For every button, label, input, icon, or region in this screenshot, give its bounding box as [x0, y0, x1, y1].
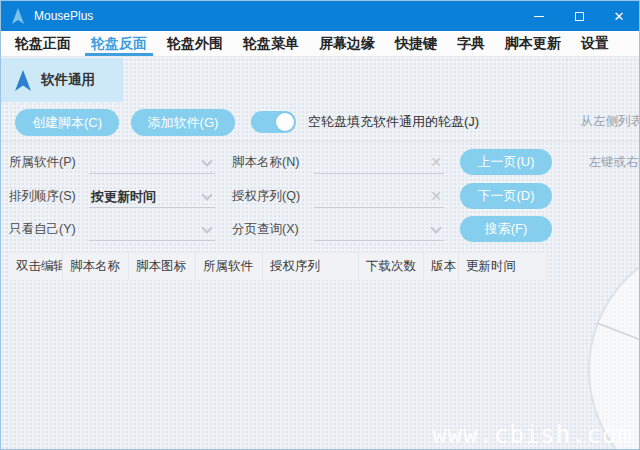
content-area: 软件通用 创建脚本(C) 添加软件(G) 空轮盘填充软件通用的轮盘(J) 从左侧…: [1, 58, 639, 449]
minimize-icon: [534, 16, 544, 17]
next-page-button[interactable]: 下一页(D): [460, 183, 552, 209]
close-button[interactable]: ✕: [599, 1, 639, 31]
tab-dictionary[interactable]: 字典: [450, 31, 492, 56]
form-row-1: 所属软件(P) 脚本名称(N) ✕ 上一页(U): [1, 148, 639, 176]
owner-software-select[interactable]: [89, 148, 215, 174]
license-serial-label: 授权序列(Q): [232, 188, 300, 205]
script-name-label: 脚本名称(N): [232, 154, 299, 171]
prev-page-button[interactable]: 上一页(U): [460, 149, 552, 175]
close-icon: ✕: [614, 10, 625, 23]
title-bar: MousePlus ✕: [1, 1, 639, 31]
maximize-button[interactable]: [559, 1, 599, 31]
page-query-label: 分页查询(X): [232, 221, 299, 238]
clear-icon[interactable]: ✕: [430, 155, 442, 169]
col-script-name: 脚本名称: [63, 253, 129, 280]
license-serial-input[interactable]: ✕: [314, 182, 444, 208]
chevron-down-icon: [201, 189, 212, 200]
toggle-knob: [276, 113, 294, 131]
clear-icon[interactable]: ✕: [430, 189, 442, 203]
chevron-down-icon: [430, 222, 441, 233]
tab-settings[interactable]: 设置: [574, 31, 616, 56]
panel-divider-vertical: [566, 58, 567, 141]
col-script-icon: 脚本图标: [129, 253, 196, 280]
hint-from-left-list: 从左侧列表: [581, 113, 640, 130]
owner-software-label: 所属软件(P): [9, 154, 76, 171]
script-name-input[interactable]: ✕: [314, 148, 444, 174]
sort-order-select[interactable]: 按更新时间: [89, 182, 215, 208]
wheel-preview-circle: [554, 208, 639, 449]
subtab-software-general[interactable]: 软件通用: [1, 58, 123, 102]
col-download-count: 下载次数: [359, 253, 424, 280]
window-title: MousePlus: [34, 9, 93, 23]
app-window: MousePlus ✕ 轮盘正面 轮盘反面 轮盘外围 轮盘菜单 屏幕边缘 快捷键…: [0, 0, 640, 450]
fill-empty-wheel-toggle[interactable]: [251, 111, 296, 133]
create-script-button[interactable]: 创建脚本(C): [15, 109, 119, 136]
tab-screen-edge[interactable]: 屏幕边缘: [312, 31, 382, 56]
hint-left-or-right-click: 左键或右键: [589, 154, 640, 171]
col-double-click-edit: 双击编辑: [9, 253, 63, 280]
form-row-3: 只看自己(Y) 分页查询(X) 搜索(F): [1, 215, 639, 243]
toggle-label: 空轮盘填充软件通用的轮盘(J): [308, 113, 479, 131]
col-version: 版本: [424, 253, 459, 280]
subtab-label: 软件通用: [41, 71, 95, 89]
sort-order-label: 排列顺序(S): [9, 188, 76, 205]
watermark: www.cbish.com: [432, 421, 633, 449]
chevron-down-icon: [201, 222, 212, 233]
minimize-button[interactable]: [519, 1, 559, 31]
tab-wheel-menu[interactable]: 轮盘菜单: [236, 31, 306, 56]
only-mine-label: 只看自己(Y): [9, 221, 76, 238]
tab-wheel-outer[interactable]: 轮盘外围: [160, 31, 230, 56]
script-table-header: 双击编辑 脚本名称 脚本图标 所属软件 授权序列 下载次数 版本 更新时间: [9, 252, 548, 280]
col-license-serial: 授权序列: [263, 253, 359, 280]
add-software-button[interactable]: 添加软件(G): [131, 109, 235, 136]
search-button[interactable]: 搜索(F): [460, 216, 552, 242]
tab-script-update[interactable]: 脚本更新: [498, 31, 568, 56]
window-controls: ✕: [519, 1, 639, 31]
maximize-icon: [575, 12, 584, 21]
form-row-2: 排列顺序(S) 按更新时间 授权序列(Q) ✕ 下一页(D): [1, 182, 639, 210]
tab-hotkeys[interactable]: 快捷键: [388, 31, 444, 56]
main-tab-bar: 轮盘正面 轮盘反面 轮盘外围 轮盘菜单 屏幕边缘 快捷键 字典 脚本更新 设置: [1, 31, 639, 57]
only-mine-select[interactable]: [89, 215, 215, 241]
tab-wheel-back[interactable]: 轮盘反面: [84, 31, 154, 56]
col-owner-software: 所属软件: [196, 253, 263, 280]
page-query-select[interactable]: [314, 215, 444, 241]
col-update-time: 更新时间: [459, 253, 548, 280]
chevron-down-icon: [201, 155, 212, 166]
tab-wheel-front[interactable]: 轮盘正面: [8, 31, 78, 56]
cursor-arrow-icon: [13, 69, 33, 92]
app-logo-icon: [10, 7, 26, 25]
toolbar-divider: [1, 141, 639, 142]
